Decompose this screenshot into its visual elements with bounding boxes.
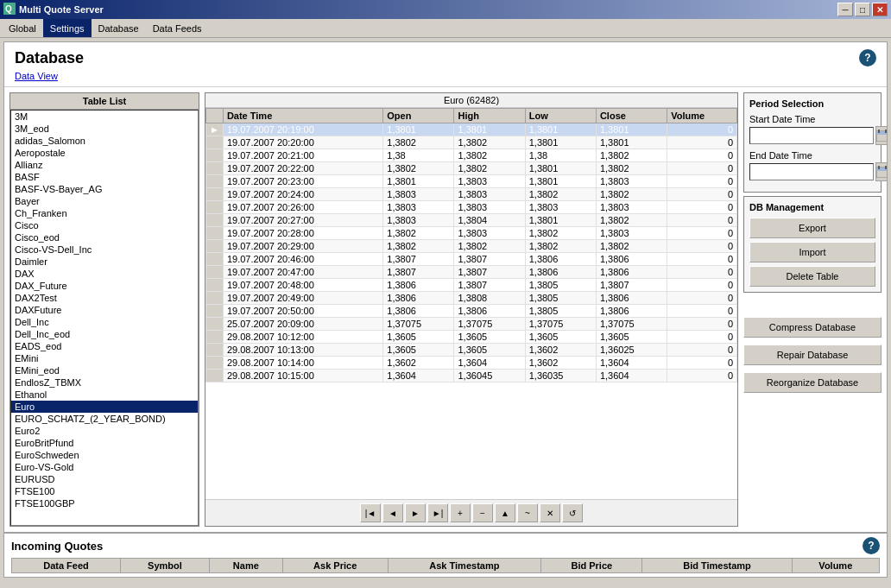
table-list-item[interactable]: Cisco-VS-Dell_Inc: [11, 243, 198, 256]
table-list-item[interactable]: EuroSchweden: [11, 449, 198, 461]
table-list-item[interactable]: EMini_eod: [11, 364, 198, 376]
table-list-item[interactable]: EADS_eod: [11, 340, 198, 352]
table-list-item[interactable]: EndlosZ_TBMX: [11, 376, 198, 389]
table-list-item[interactable]: Euro-VS-Gold: [11, 461, 198, 473]
menu-settings[interactable]: Settings: [43, 19, 92, 37]
table-row[interactable]: 29.08.2007 10:15:00 1,3604 1,36045 1,360…: [206, 370, 737, 383]
data-view-link[interactable]: Data View: [4, 71, 887, 86]
toolbar-edit-button[interactable]: ~: [517, 503, 538, 522]
table-list-item[interactable]: EMini: [11, 352, 198, 364]
table-row[interactable]: 19.07.2007 20:49:00 1,3806 1,3808 1,3805…: [206, 292, 737, 305]
table-list-item[interactable]: Dell_Inc: [11, 316, 198, 328]
toolbar-add-button[interactable]: +: [450, 503, 471, 522]
menu-global[interactable]: Global: [2, 19, 43, 37]
table-list-item[interactable]: Euro2: [11, 425, 198, 437]
table-list-item[interactable]: Ethanol: [11, 389, 198, 401]
table-row[interactable]: 29.08.2007 10:13:00 1,3605 1,3605 1,3602…: [206, 344, 737, 357]
toolbar-remove-button[interactable]: −: [472, 503, 493, 522]
reorganize-database-button[interactable]: Reorganize Database: [743, 372, 882, 393]
table-row[interactable]: 29.08.2007 10:12:00 1,3605 1,3605 1,3605…: [206, 331, 737, 344]
table-list-item[interactable]: BASF: [11, 171, 198, 183]
table-row[interactable]: 29.08.2007 10:14:00 1,3602 1,3604 1,3602…: [206, 357, 737, 370]
col-close[interactable]: Close: [596, 109, 667, 123]
incoming-col-2: Name: [209, 559, 282, 573]
col-volume[interactable]: Volume: [667, 109, 737, 123]
table-row[interactable]: 19.07.2007 20:23:00 1,3801 1,3803 1,3801…: [206, 175, 737, 188]
period-title: Period Selection: [749, 98, 875, 109]
row-indicator-header: [206, 109, 224, 123]
import-button[interactable]: Import: [749, 242, 875, 262]
table-list-item[interactable]: Allianz: [11, 159, 198, 171]
col-high[interactable]: High: [454, 109, 525, 123]
export-button[interactable]: Export: [749, 218, 875, 238]
table-list-container[interactable]: 3M3M_eodadidas_SalomonAeropostaleAllianz…: [10, 110, 199, 526]
toolbar-refresh-button[interactable]: ↺: [562, 503, 583, 522]
compress-database-button[interactable]: Compress Database: [743, 317, 882, 338]
table-list-item[interactable]: EuroBritPfund: [11, 437, 198, 449]
toolbar-prev-button[interactable]: ◄: [382, 503, 403, 522]
incoming-col-6: Bid Timestamp: [642, 559, 792, 573]
toolbar-first-button[interactable]: |◄: [360, 503, 381, 522]
table-list-item[interactable]: Cisco_eod: [11, 231, 198, 243]
col-open[interactable]: Open: [383, 109, 454, 123]
close-button[interactable]: ✕: [872, 3, 888, 16]
title-bar: Q Multi Quote Server ─ □ ✕: [0, 0, 891, 19]
table-list-item[interactable]: Daimler: [11, 256, 198, 268]
table-row[interactable]: ► 19.07.2007 20:19:00 1,3801 1,3801 1,38…: [206, 123, 737, 136]
end-date-row: [749, 162, 875, 181]
col-datetime[interactable]: Date Time: [223, 109, 382, 123]
table-row[interactable]: 19.07.2007 20:47:00 1,3807 1,3807 1,3806…: [206, 266, 737, 279]
table-row[interactable]: 19.07.2007 20:20:00 1,3802 1,3802 1,3801…: [206, 136, 737, 149]
toolbar-up-button[interactable]: ▲: [495, 503, 515, 522]
help-button[interactable]: ?: [859, 49, 876, 66]
table-row[interactable]: 19.07.2007 20:46:00 1,3807 1,3807 1,3806…: [206, 253, 737, 266]
table-list-item[interactable]: 3M_eod: [11, 123, 198, 135]
svg-text:Q: Q: [5, 4, 12, 14]
menu-database[interactable]: Database: [92, 19, 146, 37]
bottom-section: Incoming Quotes ? Data FeedSymbolNameAsk…: [4, 532, 887, 577]
toolbar-play-button[interactable]: ►: [405, 503, 426, 522]
table-row[interactable]: 19.07.2007 20:27:00 1,3803 1,3804 1,3801…: [206, 214, 737, 227]
table-row[interactable]: 19.07.2007 20:22:00 1,3802 1,3802 1,3801…: [206, 162, 737, 175]
table-row[interactable]: 19.07.2007 20:26:00 1,3803 1,3803 1,3803…: [206, 201, 737, 214]
grid-table-container[interactable]: Date Time Open High Low Close Volume ► 1…: [205, 108, 737, 499]
col-low[interactable]: Low: [525, 109, 596, 123]
table-list-item[interactable]: Ch_Franken: [11, 207, 198, 219]
table-list-item[interactable]: DAXFuture: [11, 304, 198, 316]
incoming-quotes-help-button[interactable]: ?: [863, 537, 880, 554]
table-list-item[interactable]: BASF-VS-Bayer_AG: [11, 183, 198, 195]
table-list-item[interactable]: DAX: [11, 268, 198, 280]
table-list-item[interactable]: Aeropostale: [11, 147, 198, 159]
table-list-item[interactable]: DAX_Future: [11, 280, 198, 292]
table-row[interactable]: 25.07.2007 20:09:00 1,37075 1,37075 1,37…: [206, 318, 737, 331]
end-date-input[interactable]: [749, 163, 874, 180]
minimize-button[interactable]: ─: [837, 3, 853, 16]
table-list-item[interactable]: Dell_Inc_eod: [11, 328, 198, 340]
menu-datafeeds[interactable]: Data Feeds: [146, 19, 209, 37]
table-list-item[interactable]: Euro: [11, 401, 198, 413]
table-list-item[interactable]: 3M: [11, 111, 198, 123]
table-list-item[interactable]: EURUSD: [11, 473, 198, 485]
table-list-item[interactable]: DAX2Test: [11, 292, 198, 304]
table-row[interactable]: 19.07.2007 20:21:00 1,38 1,3802 1,38 1,3…: [206, 149, 737, 162]
table-list-item[interactable]: Bayer: [11, 195, 198, 207]
table-row[interactable]: 19.07.2007 20:28:00 1,3802 1,3803 1,3802…: [206, 227, 737, 240]
table-list-item[interactable]: EURO_SCHATZ_(2_YEAR_BOND): [11, 413, 198, 425]
toolbar-delete-button[interactable]: ✕: [540, 503, 560, 522]
table-row[interactable]: 19.07.2007 20:48:00 1,3806 1,3807 1,3805…: [206, 279, 737, 292]
table-list-item[interactable]: FTSE100: [11, 485, 198, 497]
maximize-button[interactable]: □: [855, 3, 870, 16]
end-calendar-button[interactable]: [875, 162, 887, 181]
start-calendar-button[interactable]: [875, 126, 887, 145]
toolbar-last-button[interactable]: ►|: [427, 503, 448, 522]
table-list-item[interactable]: adidas_Salomon: [11, 135, 198, 147]
table-list-item[interactable]: Cisco: [11, 219, 198, 231]
table-row[interactable]: 19.07.2007 20:50:00 1,3806 1,3806 1,3805…: [206, 305, 737, 318]
menu-bar: Global Settings Database Data Feeds: [0, 19, 891, 38]
repair-database-button[interactable]: Repair Database: [743, 345, 882, 365]
table-list-item[interactable]: FTSE100GBP: [11, 497, 198, 509]
delete-table-button[interactable]: Delete Table: [749, 266, 875, 287]
table-row[interactable]: 19.07.2007 20:24:00 1,3803 1,3803 1,3802…: [206, 188, 737, 201]
start-date-input[interactable]: [749, 127, 874, 144]
table-row[interactable]: 19.07.2007 20:29:00 1,3802 1,3802 1,3802…: [206, 240, 737, 253]
